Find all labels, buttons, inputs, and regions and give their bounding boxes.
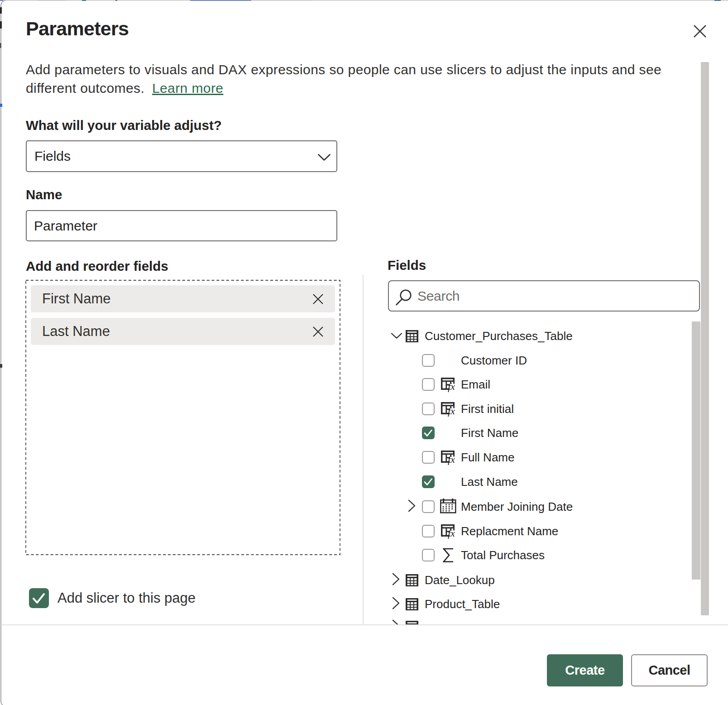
svg-text:fx: fx (448, 454, 455, 465)
svg-text:fx: fx (448, 528, 455, 539)
svg-text:fx: fx (448, 381, 455, 392)
svg-text:fx: fx (448, 405, 455, 417)
